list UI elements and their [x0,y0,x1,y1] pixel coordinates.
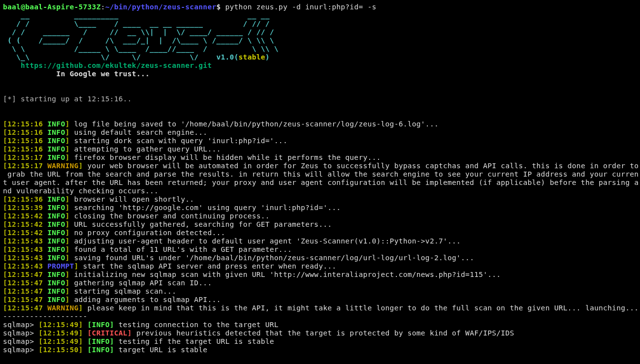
ascii-art-line: / / ______ / // __ \\| | \/ ____/ ______… [3,28,274,36]
terminal-output[interactable]: baal@baal-Aspire-5733Z:~/bin/python/zeus… [0,0,640,354]
startup-line: [*] starting up at 12:15:16.. [3,95,132,103]
shell-user: baal [3,3,21,11]
version-stable: stable [239,53,265,61]
ascii-art-line: \_\ \/ \/ \/ v1.0( [3,53,239,61]
ascii-art-line: / / \____ / ____ __ __ ______ / // / [3,20,270,28]
repo-url: https://github.com/ekultek/zeus-scanner.… [3,61,212,69]
ascii-art-line: \ \ /_____ \ \____ /____//____ / \ \\ \ [3,45,279,53]
shell-command: python zeus.py -d inurl:php?id= -s [221,3,376,11]
divider: ------------------- [3,312,88,320]
shell-host: baal-Aspire-5733Z [25,3,101,11]
tagline: In Google we trust... [3,70,150,78]
log-output: [12:15:16 INFO] log file being saved to … [3,120,637,312]
shell-path: ~/bin/python/zeus-scanner [105,3,217,11]
ascii-art-line: ( ( /_____/ / /\ ___/_| | /\____ \ /____… [3,36,274,44]
ascii-art-line: __ __________ __ __ [3,11,270,19]
sqlmap-output: sqlmap> [12:15:49] [INFO] testing connec… [3,321,637,354]
